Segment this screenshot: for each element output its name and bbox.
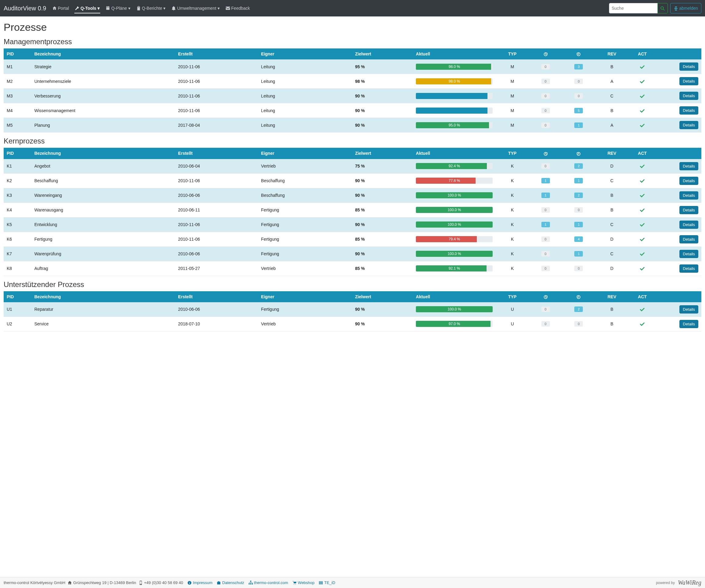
logout-button[interactable]: abmelden	[670, 3, 702, 13]
th-pid[interactable]: PID	[4, 148, 31, 159]
th-pid[interactable]: PID	[4, 48, 31, 59]
progress-label: 100.0 %	[416, 207, 492, 213]
check-icon	[640, 178, 645, 183]
th-zielwert[interactable]: Zielwert	[352, 48, 413, 59]
th-aktuell[interactable]: Aktuell	[413, 291, 496, 302]
cell-act	[628, 159, 656, 174]
nav-portal[interactable]: Portal	[49, 0, 72, 16]
cell-bezeichnung: Auftrag	[31, 261, 175, 276]
th-aktuell[interactable]: Aktuell	[413, 48, 496, 59]
progress-bar: 79.4 %	[416, 236, 492, 242]
cell-pid: U2	[4, 316, 31, 331]
cell-rev: D	[595, 159, 628, 174]
check-icon	[640, 93, 645, 98]
details-button[interactable]: Details	[679, 106, 698, 114]
th-erstellt[interactable]: Erstellt	[175, 48, 258, 59]
details-button[interactable]: Details	[679, 77, 698, 85]
progress-label: 95.0 %	[416, 122, 492, 128]
cell-rev: B	[595, 316, 628, 331]
section-title: Managementprozess	[4, 38, 701, 46]
details-button[interactable]: Details	[679, 62, 698, 71]
details-button[interactable]: Details	[679, 320, 698, 328]
cell-badge1: 1	[529, 188, 562, 203]
details-button[interactable]: Details	[679, 264, 698, 273]
th-bezeichnung[interactable]: Bezeichnung	[31, 48, 175, 59]
cell-badge1: 0	[529, 89, 562, 103]
svg-line-1	[663, 9, 664, 10]
th-pid[interactable]: PID	[4, 291, 31, 302]
cell-erstellt: 2010-06-06	[175, 246, 258, 261]
th-eigner[interactable]: Eigner	[258, 291, 352, 302]
details-button[interactable]: Details	[679, 220, 698, 229]
nav-umwelt[interactable]: Umweltmanagement ▾	[169, 0, 222, 16]
th-typ[interactable]: TYP	[496, 291, 529, 302]
cell-erstellt: 2010-11-06	[175, 74, 258, 89]
details-button[interactable]: Details	[679, 121, 698, 129]
search-input[interactable]	[609, 3, 658, 13]
th-aktuell[interactable]: Aktuell	[413, 148, 496, 159]
cell-badge1: 0	[529, 159, 562, 174]
search-button[interactable]	[657, 3, 668, 13]
details-button[interactable]: Details	[679, 250, 698, 258]
cell-eigner: Beschaffung	[258, 188, 352, 203]
th-typ[interactable]: TYP	[496, 148, 529, 159]
th-typ[interactable]: TYP	[496, 48, 529, 59]
th-act[interactable]: ACT	[628, 48, 656, 59]
cell-typ: M	[496, 89, 529, 103]
th-act[interactable]: ACT	[628, 291, 656, 302]
nav-feedback[interactable]: Feedback	[223, 0, 253, 16]
th-rev[interactable]: REV	[595, 148, 628, 159]
th-clock-cw[interactable]	[529, 48, 562, 59]
count-badge: 2	[574, 193, 583, 198]
th-bezeichnung[interactable]: Bezeichnung	[31, 148, 175, 159]
th-clock-ccw[interactable]	[562, 291, 595, 302]
th-clock-cw[interactable]	[529, 148, 562, 159]
table-row: K7Warenprüfung2010-06-06Fertigung90 %100…	[4, 246, 701, 261]
cell-badge1: 0	[529, 261, 562, 276]
count-badge: 1	[574, 251, 583, 256]
count-badge: 1	[542, 193, 550, 198]
details-button[interactable]: Details	[679, 162, 698, 170]
th-act[interactable]: ACT	[628, 148, 656, 159]
th-rev[interactable]: REV	[595, 48, 628, 59]
count-badge: 5	[574, 108, 583, 113]
progress-bar: 100.0 %	[416, 222, 492, 228]
cell-bezeichnung: Planung	[31, 118, 175, 133]
cell-actions: Details	[656, 232, 701, 246]
cell-pid: K3	[4, 188, 31, 203]
cell-erstellt: 2010-06-11	[175, 203, 258, 217]
th-clock-cw[interactable]	[529, 291, 562, 302]
th-rev[interactable]: REV	[595, 291, 628, 302]
cell-act	[628, 261, 656, 276]
count-badge: 1	[574, 122, 583, 128]
th-clock-ccw[interactable]	[562, 148, 595, 159]
details-button[interactable]: Details	[679, 92, 698, 100]
nav-qtools[interactable]: Q-Tools ▾	[72, 0, 103, 16]
th-eigner[interactable]: Eigner	[258, 148, 352, 159]
nav-qplane[interactable]: Q-Pläne ▾	[103, 0, 133, 16]
th-bezeichnung[interactable]: Bezeichnung	[31, 291, 175, 302]
th-zielwert[interactable]: Zielwert	[352, 291, 413, 302]
th-zielwert[interactable]: Zielwert	[352, 148, 413, 159]
th-clock-ccw[interactable]	[562, 48, 595, 59]
details-button[interactable]: Details	[679, 305, 698, 313]
progress-bar	[416, 93, 492, 99]
cell-typ: K	[496, 203, 529, 217]
cell-aktuell: 98.0 %	[413, 59, 496, 74]
nav-qberichte[interactable]: Q-Berichte ▾	[133, 0, 169, 16]
nav-qberichte-label: Q-Berichte	[142, 6, 162, 11]
details-button[interactable]: Details	[679, 191, 698, 200]
th-erstellt[interactable]: Erstellt	[175, 291, 258, 302]
table-row: M3Verbesserung2010-11-06Leitung90 %M00CD…	[4, 89, 701, 103]
progress-bar: 97.0 %	[416, 321, 492, 327]
details-button[interactable]: Details	[679, 206, 698, 214]
progress-bar: 92.4 %	[416, 163, 492, 169]
th-eigner[interactable]: Eigner	[258, 48, 352, 59]
cell-aktuell: 100.0 %	[413, 246, 496, 261]
cell-badge2: 0	[562, 203, 595, 217]
cell-bezeichnung: Fertigung	[31, 232, 175, 246]
cell-actions: Details	[656, 159, 701, 174]
th-erstellt[interactable]: Erstellt	[175, 148, 258, 159]
details-button[interactable]: Details	[679, 177, 698, 185]
details-button[interactable]: Details	[679, 235, 698, 243]
